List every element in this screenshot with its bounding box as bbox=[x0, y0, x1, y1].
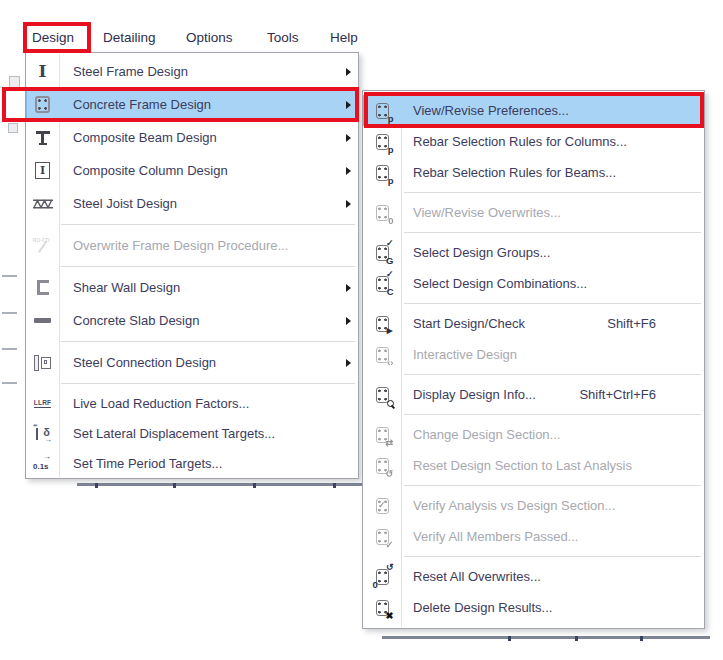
shortcut-label: Shift+F6 bbox=[607, 316, 704, 331]
start-design-icon: ▶ bbox=[363, 316, 401, 332]
menubar-item-design[interactable]: Design bbox=[32, 27, 74, 49]
interactive-design-icon: ‹› bbox=[363, 347, 401, 363]
submenu-item-delete-design-results[interactable]: ✖ Delete Design Results... bbox=[363, 592, 704, 623]
background-grid-tick bbox=[640, 636, 643, 641]
concrete-slab-icon bbox=[26, 318, 59, 323]
steel-joist-icon bbox=[26, 199, 59, 209]
menu-separator bbox=[363, 481, 704, 490]
menu-item-steel-joist-design[interactable]: Steel Joist Design bbox=[26, 187, 358, 220]
overwrite-procedure-icon: RO-CD bbox=[26, 237, 59, 255]
menu-item-set-time-period-targets[interactable]: →0.1s Set Time Period Targets... bbox=[26, 448, 358, 478]
background-fragment bbox=[2, 312, 17, 314]
menu-item-steel-connection-design[interactable]: Steel Connection Design bbox=[26, 346, 358, 379]
menubar-item-help[interactable]: Help bbox=[330, 27, 358, 49]
submenu-item-rebar-rules-columns[interactable]: p Rebar Selection Rules for Columns... bbox=[363, 126, 704, 157]
menu-separator bbox=[26, 379, 358, 388]
menu-item-steel-frame-design[interactable]: I Steel Frame Design bbox=[26, 55, 358, 88]
submenu-arrow-icon bbox=[346, 284, 351, 292]
submenu-item-start-design-check[interactable]: ▶ Start Design/Check Shift+F6 bbox=[363, 308, 704, 339]
background-fragment bbox=[9, 76, 20, 89]
submenu-item-change-design-section[interactable]: ⇄ Change Design Section... bbox=[363, 419, 704, 450]
magnifier-icon bbox=[387, 400, 395, 408]
menu-separator bbox=[26, 220, 358, 229]
steel-connection-icon bbox=[26, 355, 59, 371]
overwrites-icon: 0 bbox=[363, 205, 401, 221]
background-fragment bbox=[2, 275, 17, 277]
shear-wall-icon bbox=[26, 280, 59, 295]
submenu-item-rebar-rules-beams[interactable]: p Rebar Selection Rules for Beams... bbox=[363, 157, 704, 188]
background-grid-line bbox=[382, 636, 710, 639]
menubar-item-tools[interactable]: Tools bbox=[267, 27, 299, 49]
menu-separator bbox=[363, 188, 704, 197]
time-period-icon: →0.1s bbox=[26, 454, 59, 472]
menu-separator bbox=[363, 370, 704, 379]
change-design-section-icon: ⇄ bbox=[363, 427, 401, 443]
llrf-icon: LLRF bbox=[26, 399, 59, 408]
menu-item-overwrite-frame-design-procedure[interactable]: RO-CD Overwrite Frame Design Procedure..… bbox=[26, 229, 358, 262]
submenu-item-reset-design-section[interactable]: ↺ Reset Design Section to Last Analysis bbox=[363, 450, 704, 481]
submenu-item-display-design-info[interactable]: Display Design Info... Shift+Ctrl+F6 bbox=[363, 379, 704, 410]
app-screenshot: Design Detailing Options Tools Help I St… bbox=[0, 0, 723, 660]
submenu-arrow-icon bbox=[346, 167, 351, 175]
menu-separator bbox=[363, 299, 704, 308]
menu-separator bbox=[363, 228, 704, 237]
composite-beam-icon bbox=[26, 130, 59, 146]
design-menu-popup: I Steel Frame Design Concrete Frame Desi… bbox=[25, 52, 359, 479]
menu-item-composite-beam-design[interactable]: Composite Beam Design bbox=[26, 121, 358, 154]
submenu-arrow-icon bbox=[346, 134, 351, 142]
background-fragment bbox=[2, 382, 17, 384]
submenu-arrow-icon bbox=[346, 359, 351, 367]
submenu-item-verify-analysis-vs-design[interactable]: ✓ Verify Analysis vs Design Section... bbox=[363, 490, 704, 521]
submenu-arrow-icon bbox=[346, 68, 351, 76]
submenu-arrow-icon bbox=[346, 101, 351, 109]
lateral-displacement-icon: **δ→ bbox=[26, 424, 59, 443]
menu-item-concrete-slab-design[interactable]: Concrete Slab Design bbox=[26, 304, 358, 337]
submenu-item-view-revise-overwrites[interactable]: 0 View/Revise Overwrites... bbox=[363, 197, 704, 228]
menubar-item-options[interactable]: Options bbox=[186, 27, 233, 49]
menu-separator bbox=[26, 262, 358, 271]
shortcut-label: Shift+Ctrl+F6 bbox=[579, 387, 704, 402]
submenu-item-view-revise-preferences[interactable]: p View/Revise Preferences... bbox=[363, 95, 704, 126]
submenu-item-interactive-design[interactable]: ‹› Interactive Design bbox=[363, 339, 704, 370]
concrete-frame-design-submenu-popup: p View/Revise Preferences... p Rebar Sel… bbox=[362, 90, 705, 629]
background-grid-tick bbox=[333, 483, 336, 488]
rebar-beams-icon: p bbox=[363, 165, 401, 181]
menu-separator bbox=[363, 410, 704, 419]
menu-item-live-load-reduction-factors[interactable]: LLRF Live Load Reduction Factors... bbox=[26, 388, 358, 418]
reset-all-overwrites-icon: ↺0 bbox=[363, 569, 401, 585]
submenu-item-reset-all-overwrites[interactable]: ↺0 Reset All Overwrites... bbox=[363, 561, 704, 592]
background-grid-tick bbox=[173, 483, 176, 488]
preferences-icon: p bbox=[363, 103, 401, 119]
reset-design-section-icon: ↺ bbox=[363, 458, 401, 474]
submenu-item-select-design-groups[interactable]: ✓G Select Design Groups... bbox=[363, 237, 704, 268]
verify-members-icon: ✓ bbox=[363, 529, 401, 545]
background-fragment bbox=[8, 123, 18, 133]
delete-design-results-icon: ✖ bbox=[363, 600, 401, 616]
background-grid-tick bbox=[508, 636, 511, 641]
steel-frame-icon: I bbox=[26, 63, 59, 80]
display-design-info-icon bbox=[363, 387, 401, 403]
concrete-section-icon bbox=[26, 96, 59, 113]
design-groups-icon: ✓G bbox=[363, 245, 401, 261]
verify-analysis-icon: ✓ bbox=[363, 498, 401, 514]
background-grid-tick bbox=[575, 636, 578, 641]
submenu-arrow-icon bbox=[346, 200, 351, 208]
background-grid-tick bbox=[95, 483, 98, 488]
menu-separator bbox=[363, 552, 704, 561]
menu-item-set-lateral-displacement-targets[interactable]: **δ→ Set Lateral Displacement Targets... bbox=[26, 418, 358, 448]
menu-item-composite-column-design[interactable]: I Composite Column Design bbox=[26, 154, 358, 187]
menu-item-shear-wall-design[interactable]: Shear Wall Design bbox=[26, 271, 358, 304]
design-combinations-icon: ✓C bbox=[363, 276, 401, 292]
menubar-item-detailing[interactable]: Detailing bbox=[103, 27, 156, 49]
background-grid-line bbox=[77, 483, 363, 486]
background-fragment bbox=[2, 348, 17, 350]
menu-separator bbox=[26, 337, 358, 346]
composite-column-icon: I bbox=[26, 162, 59, 179]
menu-item-concrete-frame-design[interactable]: Concrete Frame Design bbox=[26, 88, 358, 121]
submenu-item-verify-all-members-passed[interactable]: ✓ Verify All Members Passed... bbox=[363, 521, 704, 552]
background-grid-tick bbox=[253, 483, 256, 488]
rebar-columns-icon: p bbox=[363, 134, 401, 150]
submenu-item-select-design-combinations[interactable]: ✓C Select Design Combinations... bbox=[363, 268, 704, 299]
submenu-arrow-icon bbox=[346, 317, 351, 325]
